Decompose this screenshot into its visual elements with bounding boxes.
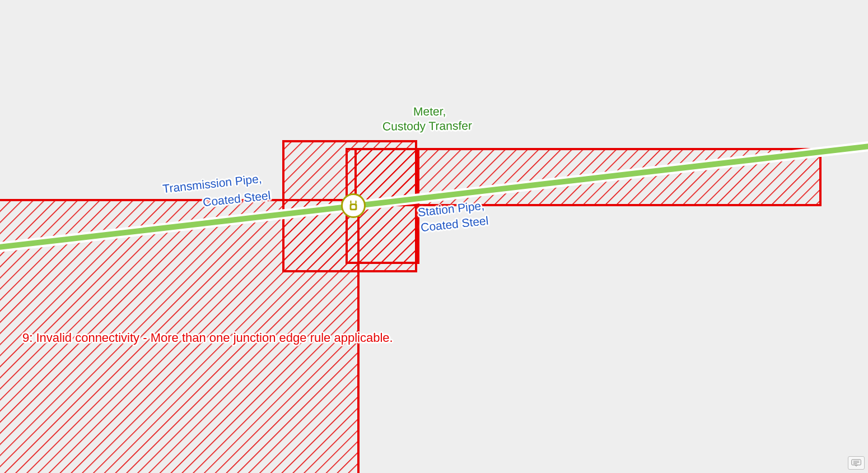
attribution-toggle-button[interactable] [848,456,865,470]
popup-icon [851,459,861,467]
map-canvas[interactable]: Meter, Custody Transfer Transmission Pip… [0,0,868,473]
meter-junction-icon[interactable] [341,193,366,218]
error-overlay-group [0,141,820,473]
svg-rect-2 [351,205,355,208]
map-vector-layer [0,0,868,473]
